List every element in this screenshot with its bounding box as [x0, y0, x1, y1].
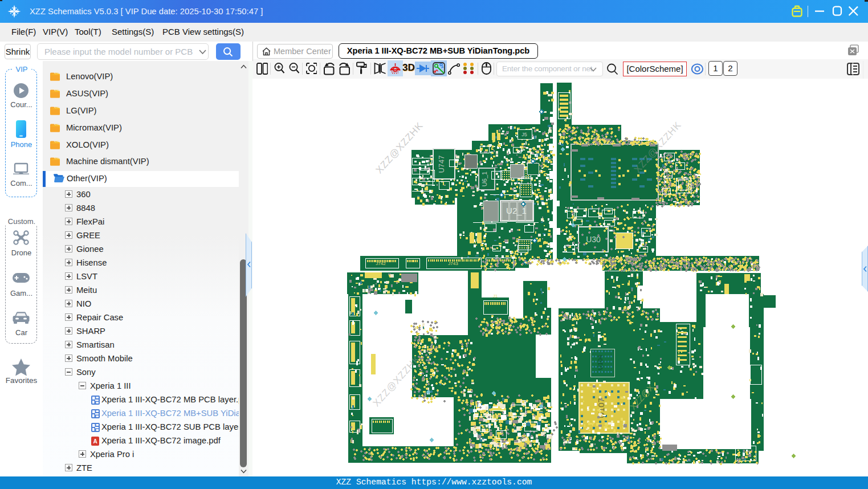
- svg-text:J742: J742: [376, 261, 386, 266]
- svg-text:U2_1: U2_1: [506, 206, 527, 215]
- svg-text:J5: J5: [521, 132, 527, 137]
- svg-text:A: A: [93, 438, 97, 445]
- svg-text:J743: J743: [448, 261, 458, 266]
- svg-text:U747: U747: [437, 155, 446, 173]
- svg-text:U6_1: U6_1: [481, 172, 488, 186]
- svg-text:U104: U104: [597, 355, 604, 370]
- svg-text:J1: J1: [493, 294, 498, 299]
